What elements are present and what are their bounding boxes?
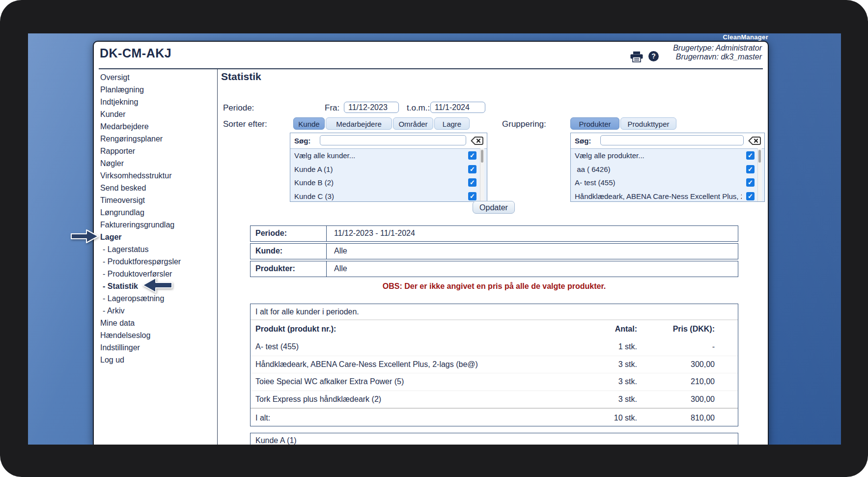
print-icon[interactable] <box>630 51 643 64</box>
sidebar-nav: OversigtPlanlægningIndtjekningKunderMeda… <box>100 71 215 366</box>
search-label: Søg: <box>575 133 591 148</box>
page-title: Statistik <box>221 71 261 83</box>
update-button[interactable]: Opdater <box>473 201 515 214</box>
sidebar-item-timeoversigt[interactable]: Timeoversigt <box>100 194 215 206</box>
checkbox-icon[interactable]: ✓ <box>468 178 476 187</box>
report-rows: A- test (455)1 stk.-Håndklædeark, ABENA … <box>251 338 738 408</box>
produkt-list: Vælg alle produkter...✓ aa ( 6426)✓A- te… <box>571 148 764 201</box>
checkbox-icon[interactable]: ✓ <box>746 165 755 173</box>
cell-product: A- test (455) <box>251 342 573 351</box>
help-icon[interactable]: ? <box>648 51 659 61</box>
summary-row: Periode:11/12-2023 - 11/1-2024 <box>250 225 738 242</box>
produkt-list-item-label: aa ( 6426) <box>575 163 742 176</box>
next-section-table: Kunde A (1) <box>250 433 738 445</box>
cell-antal: 3 stk. <box>573 360 637 369</box>
kunde-list-item[interactable]: Kunde B (2)✓ <box>290 176 487 190</box>
sidebar-item-indstillinger[interactable]: Indstillinger <box>100 341 215 354</box>
column-header-product: Produkt (produkt nr.): <box>251 325 573 334</box>
sidebar-item-planlægning[interactable]: Planlægning <box>100 84 215 96</box>
sidebar-item-faktureringsgrundlag[interactable]: Faktureringsgrundlag <box>100 219 215 231</box>
tab-produkttyper[interactable]: Produkttyper <box>620 117 676 130</box>
sidebar-item-lager[interactable]: Lager <box>100 231 215 243</box>
user-name: Brugernavn: dk3_master <box>673 53 762 61</box>
gruppering-tabs: ProdukterProdukttyper <box>570 117 676 131</box>
sidebar-item-arkiv[interactable]: - Arkiv <box>100 305 215 317</box>
produkt-search-input[interactable] <box>600 135 744 145</box>
scrollbar[interactable] <box>757 148 762 201</box>
produkt-list-item-label: A- test (455) <box>575 176 742 190</box>
summary-row-value: Alle <box>334 244 347 258</box>
tab-kunde[interactable]: Kunde <box>293 117 325 130</box>
periode-label: Periode: <box>223 101 254 114</box>
checkbox-icon[interactable]: ✓ <box>746 178 755 187</box>
checkbox-icon[interactable]: ✓ <box>468 165 476 173</box>
sorter-tabs: KundeMedarbejdereOmråderLagre <box>293 117 470 131</box>
sidebar-item-løngrundlag[interactable]: Løngrundlag <box>100 206 215 219</box>
cell-product: Toiee Special WC afkalker Extra Power (5… <box>251 377 573 386</box>
clear-search-icon[interactable] <box>471 136 484 147</box>
checkbox-icon[interactable]: ✓ <box>468 192 476 200</box>
sidebar-item-hændelseslog[interactable]: Hændelseslog <box>100 329 215 341</box>
produkt-list-item-label: Vælg alle produkter... <box>575 149 742 163</box>
checkbox-icon[interactable]: ✓ <box>746 192 755 200</box>
sidebar-item-nøgler[interactable]: Nøgler <box>100 157 215 169</box>
summary-row-label: Produkter: <box>251 261 327 277</box>
screenshot-stage: CleanManager DK-CM-AKJ ? Brugertype: Adm… <box>0 0 868 477</box>
obs-warning: OBS: Der er ikke angivet en pris på alle… <box>250 282 738 291</box>
kunde-search-input[interactable] <box>320 135 466 145</box>
gruppering-label: Gruppering: <box>502 117 546 131</box>
brand-label: CleanManager <box>723 33 768 41</box>
user-info: Brugertype: Administrator Brugernavn: dk… <box>673 44 762 61</box>
checkbox-icon[interactable]: ✓ <box>746 151 755 160</box>
table-row: Tork Express plus håndklædeark (2)3 stk.… <box>251 391 738 408</box>
kunde-list: Vælg alle kunder...✓Kunde A (1)✓Kunde B … <box>290 148 487 201</box>
checkbox-icon[interactable]: ✓ <box>468 151 476 160</box>
sidebar-item-log-ud[interactable]: Log ud <box>100 354 215 366</box>
sidebar-item-send-besked[interactable]: Send besked <box>100 182 215 194</box>
table-row: A- test (455)1 stk.- <box>251 338 738 356</box>
sidebar-item-indtjekning[interactable]: Indtjekning <box>100 96 215 108</box>
tab-produkter[interactable]: Produkter <box>570 117 619 130</box>
scrollbar-thumb[interactable] <box>481 150 483 163</box>
black-frame: CleanManager DK-CM-AKJ ? Brugertype: Adm… <box>0 0 868 477</box>
total-pris: 810,00 <box>637 414 715 422</box>
summary-row-label: Kunde: <box>251 244 327 259</box>
sidebar-item-produktforespørgsler[interactable]: - Produktforespørgsler <box>100 255 215 268</box>
date-from-input[interactable] <box>344 102 399 113</box>
summary-row-label: Periode: <box>251 226 327 241</box>
sidebar-item-virksomhedsstruktur[interactable]: Virksomhedsstruktur <box>100 169 215 182</box>
date-to-input[interactable] <box>430 102 485 113</box>
sidebar-item-oversigt[interactable]: Oversigt <box>100 71 215 84</box>
kunde-list-item[interactable]: Kunde C (3)✓ <box>290 190 487 202</box>
clear-search-icon[interactable] <box>748 136 761 147</box>
produkt-select-panel: Søg: Vælg alle produkter...✓ aa ( 6426)✓… <box>570 133 765 202</box>
scrollbar-thumb[interactable] <box>758 150 761 163</box>
produkt-list-item[interactable]: Håndklædeark, ABENA Care-Ness Excellent … <box>571 190 764 202</box>
cell-antal: 3 stk. <box>573 377 637 386</box>
tab-lagre[interactable]: Lagre <box>434 117 470 130</box>
kunde-list-item[interactable]: Vælg alle kunder...✓ <box>290 149 487 163</box>
column-header-antal: Antal: <box>573 325 637 334</box>
scrollbar[interactable] <box>480 148 484 201</box>
produkt-list-item[interactable]: Vælg alle produkter...✓ <box>571 149 764 163</box>
sidebar-item-rapporter[interactable]: Rapporter <box>100 145 215 157</box>
sidebar-item-rengøringsplaner[interactable]: Rengøringsplaner <box>100 133 215 145</box>
sidebar-item-lagerstatus[interactable]: - Lagerstatus <box>100 243 215 255</box>
report-caption: I alt for alle kunder i perioden. <box>251 304 738 320</box>
header-divider <box>99 68 763 69</box>
produkt-list-item[interactable]: A- test (455)✓ <box>571 176 764 190</box>
sidebar-item-mine-data[interactable]: Mine data <box>100 317 215 329</box>
total-antal: 10 stk. <box>573 414 637 422</box>
sidebar-divider <box>217 69 218 445</box>
summary-row: Produkter:Alle <box>250 261 738 277</box>
sidebar-item-medarbejdere[interactable]: Medarbejdere <box>100 120 215 133</box>
tab-områder[interactable]: Områder <box>393 117 433 130</box>
sidebar-item-kunder[interactable]: Kunder <box>100 108 215 120</box>
report-total-row: I alt: 10 stk. 810,00 <box>251 408 738 427</box>
sorter-efter-label: Sorter efter: <box>223 117 267 131</box>
produkt-list-item[interactable]: aa ( 6426)✓ <box>571 163 764 176</box>
kunde-list-item-label: Vælg alle kunder... <box>294 149 464 163</box>
kunde-list-item[interactable]: Kunde A (1)✓ <box>290 163 487 176</box>
cell-product: Håndklædeark, ABENA Care-Ness Excellent … <box>251 360 573 369</box>
tab-medarbejdere[interactable]: Medarbejdere <box>326 117 392 130</box>
